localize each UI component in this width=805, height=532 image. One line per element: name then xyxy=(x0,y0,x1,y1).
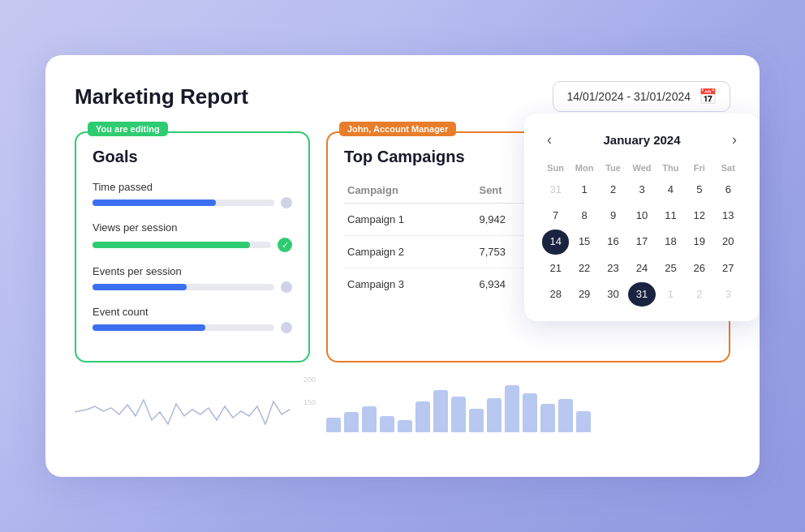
calendar-day[interactable]: 20 xyxy=(715,230,742,254)
goal-label: Views per session xyxy=(93,221,292,234)
bar-chart-y150: 150 xyxy=(303,398,316,406)
calendar-day[interactable]: 26 xyxy=(686,256,712,281)
account-badge: John, Account Manager xyxy=(339,122,456,136)
calendar-day[interactable]: 29 xyxy=(570,282,597,307)
goal-bar-row xyxy=(93,322,292,333)
calendar-prev-button[interactable]: ‹ xyxy=(542,130,557,150)
goal-bar-fill xyxy=(93,284,187,290)
calendar-day[interactable]: 8 xyxy=(570,204,597,228)
goal-bar-row xyxy=(93,281,292,293)
bar-item xyxy=(558,399,573,432)
calendar-day[interactable]: 3 xyxy=(715,282,742,307)
table-cell: Campaign 1 xyxy=(344,204,476,236)
main-card: Marketing Report 14/01/2024 - 31/01/2024… xyxy=(45,55,760,477)
bar-item xyxy=(523,393,537,432)
table-column-header: Campaign xyxy=(344,181,476,204)
goal-bar-fill xyxy=(93,200,216,206)
goal-dot xyxy=(281,322,292,333)
goal-bar-fill xyxy=(93,242,250,248)
goal-dot xyxy=(281,281,292,293)
bar-item xyxy=(451,397,466,432)
calendar-day[interactable]: 2 xyxy=(600,178,626,202)
calendar-popup: ‹ January 2024 › SunMonTueWedThuFriSat 3… xyxy=(524,114,760,321)
bar-chart: 200 150 xyxy=(310,375,730,432)
date-range-text: 14/01/2024 - 31/01/2024 xyxy=(566,90,691,103)
calendar-day[interactable]: 10 xyxy=(628,204,655,228)
calendar-icon: 📅 xyxy=(699,88,717,105)
card-header: Marketing Report 14/01/2024 - 31/01/2024… xyxy=(75,81,730,112)
goal-dot xyxy=(281,197,292,208)
calendar-day[interactable]: 24 xyxy=(628,256,655,281)
bar-item xyxy=(469,409,484,432)
goal-check-icon: ✓ xyxy=(278,238,292,252)
calendar-day[interactable]: 5 xyxy=(686,178,712,202)
bar-item xyxy=(576,411,591,432)
goal-bar-bg xyxy=(93,284,274,290)
bar-item xyxy=(398,420,412,432)
calendar-day[interactable]: 18 xyxy=(657,230,684,254)
calendar-day-header: Wed xyxy=(628,160,655,176)
calendar-day[interactable]: 30 xyxy=(600,282,626,307)
calendar-day[interactable]: 1 xyxy=(570,178,597,202)
bar-chart-y200: 200 xyxy=(303,375,316,384)
goals-list: Time passedViews per session✓Events per … xyxy=(93,181,292,333)
table-cell: Campaign 2 xyxy=(344,236,476,268)
goals-panel: You are editing Goals Time passedViews p… xyxy=(75,131,310,363)
calendar-day[interactable]: 9 xyxy=(600,204,626,228)
goal-item: Event count xyxy=(93,306,292,333)
calendar-day[interactable]: 13 xyxy=(715,204,742,228)
calendar-day[interactable]: 2 xyxy=(686,282,712,307)
goal-label: Event count xyxy=(93,306,292,318)
goals-panel-title: Goals xyxy=(93,148,292,166)
calendar-day[interactable]: 19 xyxy=(686,230,712,254)
calendar-day[interactable]: 21 xyxy=(542,256,569,281)
goal-bar-bg xyxy=(93,242,271,248)
calendar-day[interactable]: 27 xyxy=(715,256,742,281)
bar-item xyxy=(326,418,341,432)
calendar-day[interactable]: 15 xyxy=(570,230,597,254)
bar-item xyxy=(505,385,519,432)
bar-chart-bars xyxy=(316,375,724,432)
calendar-day[interactable]: 12 xyxy=(686,204,712,228)
calendar-day[interactable]: 4 xyxy=(657,178,684,202)
table-cell: Campaign 3 xyxy=(344,268,476,301)
goal-label: Events per session xyxy=(93,265,292,277)
bar-item xyxy=(540,404,555,432)
calendar-header: ‹ January 2024 › xyxy=(542,130,742,150)
goal-bar-fill xyxy=(93,324,205,331)
date-range-button[interactable]: 14/01/2024 - 31/01/2024 📅 xyxy=(553,81,730,112)
calendar-day[interactable]: 6 xyxy=(715,178,742,202)
calendar-day[interactable]: 31 xyxy=(542,178,569,202)
calendar-day-header: Mon xyxy=(570,160,597,176)
calendar-day[interactable]: 16 xyxy=(600,230,626,254)
calendar-day[interactable]: 28 xyxy=(542,282,569,307)
goal-bar-bg xyxy=(93,200,274,206)
bar-item xyxy=(415,401,430,432)
calendar-day-header: Thu xyxy=(657,160,684,176)
calendar-next-button[interactable]: › xyxy=(727,130,742,150)
calendar-day[interactable]: 17 xyxy=(628,230,655,254)
calendar-day-header: Sun xyxy=(542,160,569,176)
calendar-day-header: Sat xyxy=(715,160,742,176)
goal-bar-row: ✓ xyxy=(93,238,292,252)
calendar-day[interactable]: 14 xyxy=(542,230,569,254)
calendar-day[interactable]: 1 xyxy=(657,282,684,307)
bar-item xyxy=(380,416,394,432)
calendar-day[interactable]: 25 xyxy=(657,256,684,281)
calendar-day[interactable]: 7 xyxy=(542,204,569,228)
goal-item: Views per session✓ xyxy=(93,221,292,252)
bar-item xyxy=(362,406,377,432)
goal-bar-bg xyxy=(93,324,274,331)
bottom-charts: 200 150 xyxy=(75,375,730,440)
calendar-day[interactable]: 23 xyxy=(600,256,626,281)
calendar-day[interactable]: 11 xyxy=(657,204,684,228)
page-title: Marketing Report xyxy=(75,84,248,109)
calendar-day-header: Tue xyxy=(600,160,626,176)
calendar-month-year: January 2024 xyxy=(603,133,680,147)
calendar-day[interactable]: 31 xyxy=(628,282,655,307)
goal-item: Events per session xyxy=(93,265,292,293)
calendar-day[interactable]: 22 xyxy=(570,256,597,281)
goal-bar-row xyxy=(93,197,292,208)
calendar-day-header: Fri xyxy=(686,160,712,176)
calendar-day[interactable]: 3 xyxy=(628,178,655,202)
